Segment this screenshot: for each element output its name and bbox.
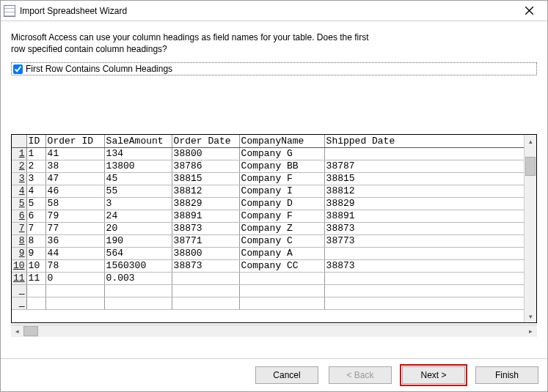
cell[interactable]: 38891 bbox=[172, 210, 239, 222]
first-row-headings-wrap[interactable]: First Row Contains Column Headings bbox=[11, 62, 537, 75]
cell[interactable]: 190 bbox=[104, 234, 172, 247]
cell[interactable]: 3 bbox=[26, 172, 45, 185]
scroll-down-icon[interactable]: ▾ bbox=[525, 310, 536, 322]
col-header-order-id[interactable]: Order ID bbox=[45, 135, 104, 147]
table-row[interactable]: 883619038771Company C38773 bbox=[12, 234, 524, 247]
cell[interactable]: 77 bbox=[45, 222, 104, 234]
cell[interactable]: 45 bbox=[104, 172, 172, 185]
cell[interactable]: 38786 bbox=[172, 160, 239, 172]
cell[interactable]: 38829 bbox=[172, 197, 239, 210]
cell[interactable]: 55 bbox=[104, 185, 172, 197]
cell bbox=[324, 284, 524, 297]
hscroll-thumb[interactable] bbox=[23, 326, 38, 336]
first-row-headings-checkbox[interactable] bbox=[13, 64, 23, 74]
table-row[interactable]: 5558338829Company D38829 bbox=[12, 197, 524, 210]
cell[interactable]: 134 bbox=[104, 147, 172, 160]
table-row[interactable]: 994456438800Company A bbox=[12, 247, 524, 259]
cell[interactable]: 38812 bbox=[172, 185, 239, 197]
cell[interactable]: Company Z bbox=[239, 222, 324, 234]
col-header-id[interactable]: ID bbox=[26, 135, 45, 147]
cell[interactable]: 38771 bbox=[172, 234, 239, 247]
cell[interactable]: 4 bbox=[26, 185, 45, 197]
cell[interactable]: Company G bbox=[239, 147, 324, 160]
cell[interactable]: 41 bbox=[45, 147, 104, 160]
cell[interactable]: 78 bbox=[45, 259, 104, 272]
cell[interactable]: 44 bbox=[45, 247, 104, 259]
table-row[interactable]: 111100.003 bbox=[12, 272, 524, 284]
cell[interactable]: 38800 bbox=[172, 147, 239, 160]
table-row[interactable]: 77772038873Company Z38873 bbox=[12, 222, 524, 234]
cell[interactable]: 38815 bbox=[324, 172, 524, 185]
cell[interactable]: 79 bbox=[45, 210, 104, 222]
cell[interactable]: 5 bbox=[26, 197, 45, 210]
cell[interactable]: 38773 bbox=[324, 234, 524, 247]
cell[interactable]: 11 bbox=[26, 272, 45, 284]
table-row[interactable]: 33474538815Company F38815 bbox=[12, 172, 524, 185]
cell[interactable]: 3 bbox=[104, 197, 172, 210]
cell[interactable]: 36 bbox=[45, 234, 104, 247]
cell[interactable]: 564 bbox=[104, 247, 172, 259]
col-header-saleamount[interactable]: SaleAmount bbox=[104, 135, 172, 147]
cell[interactable]: 38873 bbox=[324, 259, 524, 272]
col-header-order-date[interactable]: Order Date bbox=[172, 135, 239, 147]
table-row[interactable]: 101078156030038873Company CC38873 bbox=[12, 259, 524, 272]
close-button[interactable] bbox=[515, 2, 543, 20]
table-row[interactable]: 22381380038786Company BB38787 bbox=[12, 160, 524, 172]
cell[interactable]: 1560300 bbox=[104, 259, 172, 272]
scroll-right-icon[interactable]: ▸ bbox=[525, 325, 537, 338]
next-button[interactable]: Next > bbox=[402, 366, 465, 384]
col-header-companyname[interactable]: CompanyName bbox=[239, 135, 324, 147]
horizontal-scrollbar[interactable]: ◂ ▸ bbox=[11, 325, 537, 337]
cell[interactable]: 38873 bbox=[324, 222, 524, 234]
col-header-shipped-date[interactable]: Shipped Date bbox=[324, 135, 524, 147]
cell[interactable] bbox=[324, 247, 524, 259]
cell[interactable] bbox=[324, 272, 524, 284]
table-row[interactable]: 44465538812Company I38812 bbox=[12, 185, 524, 197]
cell[interactable]: Company CC bbox=[239, 259, 324, 272]
cell[interactable] bbox=[324, 147, 524, 160]
scroll-up-icon[interactable]: ▴ bbox=[525, 135, 536, 147]
cell[interactable]: 38 bbox=[45, 160, 104, 172]
cell[interactable]: 8 bbox=[26, 234, 45, 247]
cell[interactable]: 38873 bbox=[172, 222, 239, 234]
cell[interactable]: 2 bbox=[26, 160, 45, 172]
cell[interactable] bbox=[172, 272, 239, 284]
cell[interactable]: Company BB bbox=[239, 160, 324, 172]
cell[interactable]: 46 bbox=[45, 185, 104, 197]
cell[interactable]: 0 bbox=[45, 272, 104, 284]
cancel-button[interactable]: Cancel bbox=[255, 366, 318, 384]
cell[interactable]: 38891 bbox=[324, 210, 524, 222]
cell[interactable]: 38800 bbox=[172, 247, 239, 259]
cell[interactable]: Company C bbox=[239, 234, 324, 247]
cell[interactable]: 13800 bbox=[104, 160, 172, 172]
cell[interactable]: Company F bbox=[239, 172, 324, 185]
cell[interactable]: 38829 bbox=[324, 197, 524, 210]
cell[interactable] bbox=[239, 272, 324, 284]
cell[interactable]: 6 bbox=[26, 210, 45, 222]
cell[interactable]: Company D bbox=[239, 197, 324, 210]
scroll-thumb[interactable] bbox=[525, 157, 536, 176]
cell[interactable]: 20 bbox=[104, 222, 172, 234]
cell[interactable]: 38815 bbox=[172, 172, 239, 185]
cell bbox=[104, 297, 172, 309]
cell[interactable]: 47 bbox=[45, 172, 104, 185]
cell[interactable]: 24 bbox=[104, 210, 172, 222]
cell[interactable]: 1 bbox=[26, 147, 45, 160]
vertical-scrollbar[interactable]: ▴ ▾ bbox=[524, 135, 536, 322]
cell[interactable]: Company A bbox=[239, 247, 324, 259]
cell[interactable]: Company I bbox=[239, 185, 324, 197]
cell[interactable]: 38812 bbox=[324, 185, 524, 197]
cell[interactable]: 9 bbox=[26, 247, 45, 259]
cell[interactable]: Company F bbox=[239, 210, 324, 222]
scroll-left-icon[interactable]: ◂ bbox=[11, 325, 23, 338]
cell[interactable]: 38787 bbox=[324, 160, 524, 172]
cell[interactable]: 58 bbox=[45, 197, 104, 210]
cell[interactable]: 38873 bbox=[172, 259, 239, 272]
finish-button[interactable]: Finish bbox=[475, 366, 538, 384]
cell[interactable]: 10 bbox=[26, 259, 45, 272]
cell[interactable]: 0.003 bbox=[104, 272, 172, 284]
table-row[interactable]: 114113438800Company G bbox=[12, 147, 524, 160]
cell[interactable]: 7 bbox=[26, 222, 45, 234]
table-row[interactable]: 66792438891Company F38891 bbox=[12, 210, 524, 222]
hscroll-track[interactable] bbox=[23, 325, 525, 337]
